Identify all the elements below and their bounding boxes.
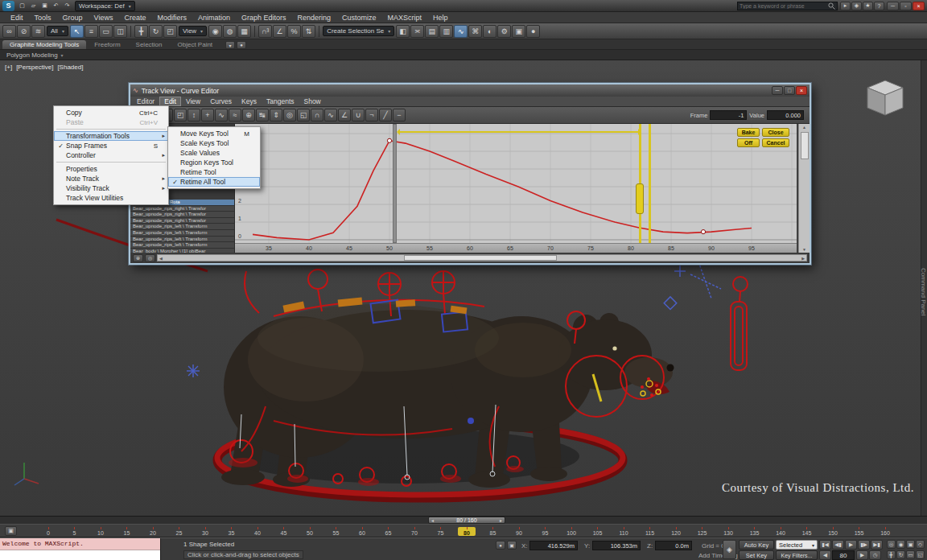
scroll-left-icon[interactable]: ◀ xyxy=(158,256,164,261)
timeline-tick-70[interactable]: 70 xyxy=(406,527,423,536)
frame-field[interactable]: -1 xyxy=(710,110,747,120)
menu-item-transformation-tools[interactable]: Transformation Tools▸ xyxy=(54,131,168,141)
cancel-button[interactable]: Cancel xyxy=(762,138,789,147)
timeline-tick-55[interactable]: 55 xyxy=(328,527,345,536)
time-slider-track[interactable]: ◄ 80 / 160 ► xyxy=(0,516,927,524)
search-icon[interactable] xyxy=(828,2,835,10)
x-coordinate-field[interactable]: 416.529m xyxy=(529,541,578,550)
save-file-icon[interactable]: ▣ xyxy=(39,1,50,10)
set-tangents-spline-icon[interactable]: ∿ xyxy=(324,109,337,121)
timeline-tick-150[interactable]: 150 xyxy=(824,527,842,536)
timeline-tick-25[interactable]: 25 xyxy=(171,527,188,536)
open-file-icon[interactable]: ▱ xyxy=(28,1,39,10)
close-button[interactable]: Close xyxy=(762,128,789,137)
close-icon[interactable]: × xyxy=(796,86,807,95)
menu-item-note-track[interactable]: Note Track▸ xyxy=(54,174,168,183)
track-view-title-bar[interactable]: ∿ Track View - Curve Editor ─□× xyxy=(130,84,810,97)
new-scene-icon[interactable]: ▢ xyxy=(17,1,27,10)
key-mode-dropdown[interactable]: Selected ▾ xyxy=(776,540,818,550)
horizontal-scrollbar[interactable]: ◀ ▶ xyxy=(157,254,807,261)
timeline-tick-5[interactable]: 5 xyxy=(66,527,84,536)
zoom-all-icon[interactable]: ◉ xyxy=(896,540,905,549)
render-production-icon[interactable]: ● xyxy=(526,25,540,38)
set-tangents-auto-icon[interactable]: ∩ xyxy=(311,109,323,121)
next-frame-icon[interactable]: ▶ xyxy=(856,550,868,560)
curve-plot-area[interactable]: Bake Close Off Cancel 0123 xyxy=(235,124,797,243)
menubar-item-maxscript[interactable]: MAXScript xyxy=(382,12,428,23)
percent-snap-icon[interactable]: % xyxy=(287,25,301,38)
minimize-window-icon[interactable]: ─ xyxy=(887,2,899,10)
timeline-tick-110[interactable]: 110 xyxy=(615,527,632,536)
zoom-region-icon[interactable]: ▭ xyxy=(906,550,915,559)
render-setup-icon[interactable]: ⚙ xyxy=(497,25,511,38)
viewport-pov-menu[interactable]: [Perspective] xyxy=(16,64,53,71)
timeline-tick-105[interactable]: 105 xyxy=(589,527,607,536)
zoom-footer-icon[interactable]: ◎ xyxy=(145,254,155,262)
auto-key-button[interactable]: Auto Key xyxy=(739,540,774,550)
named-selection-dropdown[interactable]: Create Selection Se ▾ xyxy=(323,26,394,36)
ribbon-tab-selection[interactable]: Selection xyxy=(129,40,170,49)
select-object-icon[interactable]: ↖ xyxy=(70,25,84,38)
favorites-icon[interactable]: ★ xyxy=(863,2,873,10)
close-window-icon[interactable]: × xyxy=(913,2,925,10)
vertical-scrollbar[interactable]: ▲ ▼ xyxy=(798,124,810,253)
time-slider-bar[interactable] xyxy=(393,124,397,243)
retime-marker[interactable] xyxy=(649,124,651,243)
scroll-right-icon[interactable]: ▶ xyxy=(800,256,806,261)
menubar-item-edit[interactable]: Edit xyxy=(5,12,29,23)
maxscript-mini-listener[interactable]: Welcome to MAXScript. xyxy=(0,538,161,560)
snaps-toggle-icon[interactable]: ∩³ xyxy=(258,25,272,38)
scroll-up-icon[interactable]: ▲ xyxy=(802,124,806,130)
track-row[interactable]: Bear_upnode_rips_left \ Transform xyxy=(130,224,234,230)
timeline-tick-75[interactable]: 75 xyxy=(432,527,450,536)
menu-item-scale-keys-tool[interactable]: Scale Keys Tool xyxy=(168,138,260,148)
undo-icon[interactable]: ↶ xyxy=(51,1,61,10)
timeline-tick-120[interactable]: 120 xyxy=(667,527,685,536)
track-row[interactable]: Bear_upnode_rips_left \ Transform xyxy=(130,242,234,249)
scale-values-icon[interactable]: ↕ xyxy=(187,109,200,121)
bind-to-space-warp-icon[interactable]: ≋ xyxy=(31,25,45,38)
rectangular-selection-region-icon[interactable]: ▭ xyxy=(99,25,113,38)
schematic-view-icon[interactable]: ⌘ xyxy=(468,25,482,38)
previous-key-icon[interactable]: ◀▮ xyxy=(832,540,844,550)
ribbon-tab-freeform[interactable]: Freeform xyxy=(87,40,127,49)
timeline-tick-45[interactable]: 45 xyxy=(275,527,293,536)
menu-item-move-keys-tool[interactable]: Move Keys ToolM xyxy=(168,129,260,138)
app-logo-icon[interactable]: S xyxy=(2,1,14,11)
go-to-end-icon[interactable]: ▶▮ xyxy=(871,540,883,550)
select-and-scale-icon[interactable]: ◰ xyxy=(163,25,177,38)
viewport-shading-menu[interactable]: [Shaded] xyxy=(57,64,83,71)
menu-item-scale-values[interactable]: Scale Values xyxy=(168,148,260,158)
timeline-tick-145[interactable]: 145 xyxy=(798,527,816,536)
timeline-tick-80[interactable]: 80 xyxy=(458,527,476,536)
unlink-selection-icon[interactable]: ⊘ xyxy=(17,25,31,38)
curve-key[interactable] xyxy=(387,138,391,142)
track-row[interactable]: Bear_upnode_rips_left \ Transform xyxy=(130,237,234,243)
menu-item-controller[interactable]: Controller▸ xyxy=(54,150,168,160)
timeline-tick-125[interactable]: 125 xyxy=(694,527,711,536)
menubar-item-tools[interactable]: Tools xyxy=(29,12,57,23)
timeline-tick-35[interactable]: 35 xyxy=(223,527,241,536)
next-frame-arrow-icon[interactable]: ► xyxy=(499,518,503,523)
timeline-tick-10[interactable]: 10 xyxy=(92,527,109,536)
select-and-rotate-icon[interactable]: ↻ xyxy=(149,25,163,38)
set-tangents-slow-icon[interactable]: ∪ xyxy=(352,109,365,121)
zoom-icon[interactable]: ◎ xyxy=(283,109,296,121)
timeline-tick-60[interactable]: 60 xyxy=(353,527,371,536)
set-tangents-flat-icon[interactable]: − xyxy=(393,109,406,121)
menu-item-properties[interactable]: Properties xyxy=(54,164,168,174)
select-and-move-icon[interactable]: ╋ xyxy=(134,25,148,38)
restore-window-icon[interactable]: ▫ xyxy=(900,2,912,10)
timeline-tick-50[interactable]: 50 xyxy=(301,527,319,536)
scrollbar-thumb[interactable] xyxy=(404,255,557,261)
menubar-item-animation[interactable]: Animation xyxy=(192,12,236,23)
viewcube[interactable] xyxy=(867,80,903,115)
track-row[interactable]: Bear_upnode_rips_right \ Transfor xyxy=(130,206,234,212)
menu-item-region-keys-tool[interactable]: Region Keys Tool xyxy=(168,158,260,167)
scale-keys-icon[interactable]: ◰ xyxy=(174,109,187,121)
ribbon-tab-object-paint[interactable]: Object Paint xyxy=(171,40,220,49)
rendered-frame-window-icon[interactable]: ▣ xyxy=(512,25,525,38)
mirror-icon[interactable]: ◧ xyxy=(396,25,410,38)
trackview-menu-keys[interactable]: Keys xyxy=(237,97,262,106)
timeline-tick-115[interactable]: 115 xyxy=(641,527,659,536)
